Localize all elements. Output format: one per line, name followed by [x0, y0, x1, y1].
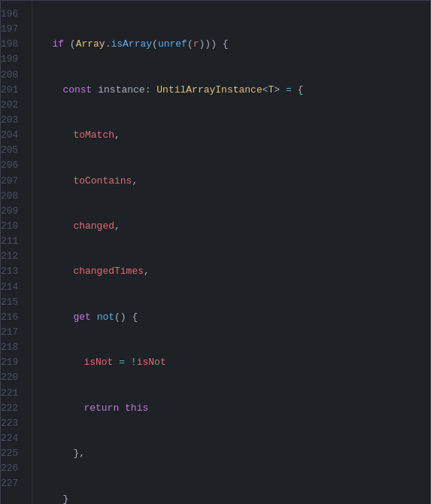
line-num-200: 200 — [1, 68, 26, 83]
line-num-197: 197 — [1, 22, 26, 37]
line-num-211: 211 — [1, 234, 26, 249]
code-line-204: return this — [41, 401, 430, 416]
line-num-209: 209 — [1, 204, 26, 219]
line-num-212: 212 — [1, 249, 26, 264]
line-num-206: 206 — [1, 158, 26, 173]
code-line-202: get not() { — [41, 310, 430, 325]
line-num-221: 221 — [1, 386, 26, 401]
line-num-220: 220 — [1, 370, 26, 385]
line-num-224: 224 — [1, 431, 26, 446]
code-editor: 196 197 198 199 200 201 202 203 204 205 … — [0, 0, 431, 504]
line-num-198: 198 — [1, 37, 26, 52]
code-line-200: changed, — [41, 219, 430, 234]
line-numbers: 196 197 198 199 200 201 202 203 204 205 … — [1, 1, 32, 504]
code-line-203: isNot = !isNot — [41, 355, 430, 370]
line-num-225: 225 — [1, 446, 26, 461]
line-num-207: 207 — [1, 174, 26, 189]
line-num-227: 227 — [1, 476, 26, 491]
code-line-206: } — [41, 492, 430, 505]
line-num-222: 222 — [1, 401, 26, 416]
line-num-199: 199 — [1, 52, 26, 67]
line-num-216: 216 — [1, 310, 26, 325]
line-num-217: 217 — [1, 325, 26, 340]
line-num-204: 204 — [1, 128, 26, 143]
line-num-219: 219 — [1, 355, 26, 370]
line-num-226: 226 — [1, 461, 26, 476]
line-num-210: 210 — [1, 219, 26, 234]
line-num-218: 218 — [1, 340, 26, 355]
line-num-202: 202 — [1, 98, 26, 113]
line-num-201: 201 — [1, 83, 26, 98]
code-line-198: toMatch, — [41, 128, 430, 143]
line-num-208: 208 — [1, 189, 26, 204]
line-num-214: 214 — [1, 280, 26, 295]
code-body[interactable]: if (Array.isArray(unref(r))) { const ins… — [32, 1, 430, 504]
line-num-203: 203 — [1, 113, 26, 128]
code-line-201: changedTimes, — [41, 264, 430, 279]
code-line-196: if (Array.isArray(unref(r))) { — [41, 37, 430, 52]
code-line-199: toContains, — [41, 174, 430, 189]
line-num-205: 205 — [1, 143, 26, 158]
line-num-223: 223 — [1, 416, 26, 431]
line-num-215: 215 — [1, 295, 26, 310]
code-line-205: }, — [41, 446, 430, 461]
line-num-213: 213 — [1, 264, 26, 279]
line-num-196: 196 — [1, 7, 26, 22]
code-line-197: const instance: UntilArrayInstance<T> = … — [41, 83, 430, 98]
